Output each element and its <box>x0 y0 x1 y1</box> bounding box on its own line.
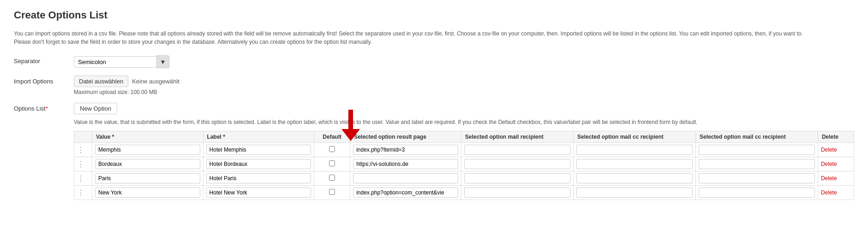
result-page-cell <box>350 157 461 171</box>
mail-cc2-input[interactable] <box>699 145 815 155</box>
red-arrow-icon <box>341 110 360 143</box>
options-list-instructions: Value is the value, that is submitted wi… <box>74 118 854 126</box>
result-page-input[interactable] <box>353 173 458 183</box>
col-header-drag <box>74 131 92 143</box>
value-cell <box>92 157 204 171</box>
result-page-input[interactable] <box>353 188 458 198</box>
mail-cc2-cell <box>695 157 818 171</box>
default-checkbox[interactable] <box>329 189 335 195</box>
label-input[interactable] <box>206 173 311 183</box>
label-cell <box>203 157 314 171</box>
separator-select[interactable]: Semicolon Comma Tab Pipe <box>74 56 157 68</box>
col-header-delete: Delete <box>818 131 854 143</box>
label-input[interactable] <box>206 159 311 169</box>
svg-rect-0 <box>348 110 353 130</box>
drag-handle-icon[interactable]: ⋮ <box>77 175 84 182</box>
options-list-control: New Option Value is the value, that is s… <box>74 103 854 200</box>
value-input[interactable] <box>95 159 200 169</box>
drag-handle-icon[interactable]: ⋮ <box>77 146 84 154</box>
delete-cell: Delete <box>818 143 854 157</box>
file-upload-area: Datei auswählen Keine ausgewählt <box>74 76 854 87</box>
options-list-label: Options List* <box>14 103 74 112</box>
default-cell <box>314 157 350 171</box>
mail-cc1-input[interactable] <box>576 173 693 183</box>
result-page-input[interactable] <box>353 145 458 155</box>
mail-recipient-cell <box>461 143 573 157</box>
label-cell <box>203 171 314 186</box>
mail-recipient-cell <box>461 157 573 171</box>
value-input[interactable] <box>95 173 200 183</box>
new-option-button[interactable]: New Option <box>74 103 117 114</box>
mail-cc1-cell <box>574 143 696 157</box>
delete-link[interactable]: Delete <box>821 161 837 167</box>
separator-control: Semicolon Comma Tab Pipe ▼ <box>74 55 854 68</box>
col-header-label: Label * <box>203 131 314 143</box>
file-choose-button[interactable]: Datei auswählen <box>74 76 128 87</box>
table-row: ⋮ Delete <box>74 186 854 200</box>
mail-cc1-cell <box>574 186 696 200</box>
result-page-cell <box>350 186 461 200</box>
import-options-row: Import Options Datei auswählen Keine aus… <box>14 76 854 95</box>
description-line1: You can import options stored in a csv f… <box>14 29 854 38</box>
mail-recipient-cell <box>461 171 573 186</box>
delete-link[interactable]: Delete <box>821 175 837 182</box>
mail-cc2-input[interactable] <box>699 159 815 169</box>
page-title: Create Options List <box>14 9 854 21</box>
default-checkbox[interactable] <box>329 160 335 166</box>
result-page-cell <box>350 171 461 186</box>
mail-recipient-input[interactable] <box>464 173 570 183</box>
delete-link[interactable]: Delete <box>821 147 837 153</box>
table-row: ⋮ Delete <box>74 157 854 171</box>
drag-handle-icon[interactable]: ⋮ <box>77 160 84 168</box>
mail-recipient-input[interactable] <box>464 188 570 198</box>
mail-cc2-cell <box>695 171 818 186</box>
options-table: Value * Label * Default Selected option … <box>74 131 854 200</box>
mail-cc1-input[interactable] <box>576 159 693 169</box>
table-row: ⋮ Delete <box>74 171 854 186</box>
default-cell <box>314 143 350 157</box>
delete-cell: Delete <box>818 171 854 186</box>
import-options-control: Datei auswählen Keine ausgewählt Maximum… <box>74 76 854 95</box>
delete-link[interactable]: Delete <box>821 189 837 196</box>
drag-handle-icon[interactable]: ⋮ <box>77 189 84 197</box>
mail-recipient-input[interactable] <box>464 159 570 169</box>
label-cell <box>203 186 314 200</box>
import-options-label: Import Options <box>14 76 74 85</box>
default-checkbox[interactable] <box>329 146 335 152</box>
result-page-cell <box>350 143 461 157</box>
label-input[interactable] <box>206 188 311 198</box>
drag-handle-cell: ⋮ <box>74 171 92 186</box>
mail-cc1-cell <box>574 171 696 186</box>
delete-cell: Delete <box>818 157 854 171</box>
col-header-value: Value * <box>92 131 204 143</box>
col-header-result: Selected option result page <box>350 131 461 143</box>
mail-cc1-input[interactable] <box>576 145 693 155</box>
drag-handle-cell: ⋮ <box>74 186 92 200</box>
mail-cc1-cell <box>574 157 696 171</box>
mail-recipient-input[interactable] <box>464 145 570 155</box>
options-list-row: Options List* New Option Value is the va… <box>14 103 854 200</box>
default-checkbox[interactable] <box>329 175 335 181</box>
mail-cc2-input[interactable] <box>699 188 815 198</box>
table-header-row: Value * Label * Default Selected option … <box>74 131 854 143</box>
result-page-input[interactable] <box>353 159 458 169</box>
mail-recipient-cell <box>461 186 573 200</box>
label-input[interactable] <box>206 145 311 155</box>
table-row: ⋮ Delete <box>74 143 854 157</box>
mail-cc2-cell <box>695 143 818 157</box>
separator-label: Separator <box>14 55 74 65</box>
separator-dropdown-arrow[interactable]: ▼ <box>156 55 169 68</box>
default-cell <box>314 171 350 186</box>
value-cell <box>92 143 204 157</box>
description-block: You can import options stored in a csv f… <box>14 29 854 46</box>
value-input[interactable] <box>95 188 200 198</box>
file-name-display: Keine ausgewählt <box>132 78 180 85</box>
drag-handle-cell: ⋮ <box>74 157 92 171</box>
label-cell <box>203 143 314 157</box>
mail-cc2-input[interactable] <box>699 173 815 183</box>
mail-cc2-cell <box>695 186 818 200</box>
mail-cc1-input[interactable] <box>576 188 693 198</box>
value-input[interactable] <box>95 145 200 155</box>
default-cell <box>314 186 350 200</box>
col-header-mail3: Selected option mail cc recipient <box>695 131 818 143</box>
